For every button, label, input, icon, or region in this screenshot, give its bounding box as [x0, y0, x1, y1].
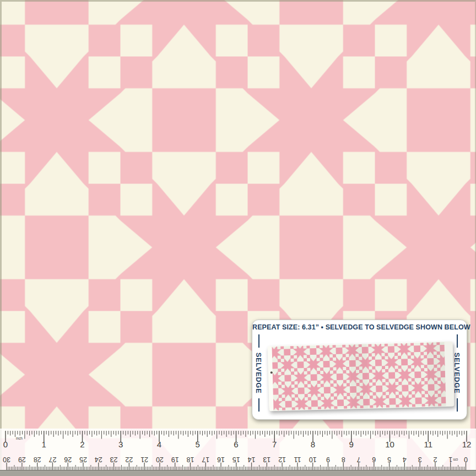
svg-text:22: 22 [125, 456, 133, 463]
svg-text:11: 11 [424, 440, 432, 449]
svg-text:16: 16 [217, 456, 225, 463]
svg-text:0: 0 [464, 456, 468, 463]
svg-text:6: 6 [234, 440, 238, 449]
svg-text:5: 5 [196, 440, 200, 449]
ruler: 0123456789101112inch30292827262524232221… [0, 429, 476, 476]
selvedge-text: SELVEDGE [255, 353, 263, 394]
svg-text:2: 2 [433, 456, 437, 463]
svg-text:8: 8 [311, 440, 315, 449]
svg-text:24: 24 [95, 456, 102, 463]
svg-text:2: 2 [80, 440, 84, 449]
svg-text:18: 18 [186, 456, 194, 463]
svg-text:28: 28 [34, 456, 41, 463]
svg-text:27: 27 [48, 456, 56, 463]
svg-text:19: 19 [171, 456, 179, 463]
svg-text:7: 7 [357, 456, 361, 463]
selvedge-dash [258, 398, 259, 412]
svg-text:25: 25 [79, 456, 87, 463]
svg-text:7: 7 [272, 440, 277, 449]
svg-text:1: 1 [42, 440, 46, 449]
fabric-strip-photo [268, 342, 455, 412]
svg-text:4: 4 [403, 456, 407, 463]
svg-text:3: 3 [118, 440, 123, 449]
svg-text:9: 9 [349, 440, 354, 449]
svg-text:29: 29 [18, 456, 26, 463]
svg-text:0: 0 [3, 440, 8, 449]
svg-text:13: 13 [263, 456, 271, 463]
svg-text:9: 9 [326, 456, 330, 463]
svg-text:26: 26 [64, 456, 72, 463]
svg-text:14: 14 [248, 456, 256, 463]
selvedge-dash [457, 334, 458, 348]
svg-text:12: 12 [278, 456, 286, 463]
svg-text:17: 17 [202, 456, 209, 463]
selvedge-dash [457, 398, 458, 412]
svg-text:6: 6 [372, 456, 376, 463]
svg-text:cm: cm [453, 458, 458, 462]
svg-text:10: 10 [309, 456, 317, 463]
svg-text:3: 3 [418, 456, 422, 463]
svg-text:4: 4 [157, 440, 161, 449]
svg-text:12: 12 [462, 440, 472, 449]
selvedge-label-left: SELVEDGE [255, 329, 263, 417]
repeat-size-text: REPEAT SIZE: 6.31” • SELVEDGE TO SELVEDG… [252, 323, 467, 331]
svg-text:inch: inch [16, 436, 23, 440]
svg-text:23: 23 [110, 456, 118, 463]
svg-text:21: 21 [140, 456, 148, 463]
svg-text:8: 8 [342, 456, 345, 463]
selvedge-text: SELVEDGE [453, 353, 462, 394]
selvedge-dash [258, 334, 259, 348]
svg-text:1: 1 [448, 456, 452, 463]
svg-text:30: 30 [3, 456, 10, 463]
svg-text:15: 15 [232, 456, 240, 463]
svg-text:10: 10 [385, 440, 394, 449]
fabric-swatch-photo: REPEAT SIZE: 6.31” • SELVEDGE TO SELVEDG… [0, 0, 476, 476]
ruler-markings: 0123456789101112inch30292827262524232221… [0, 429, 476, 476]
svg-text:11: 11 [294, 456, 301, 463]
svg-text:20: 20 [156, 456, 164, 463]
selvedge-label-right: SELVEDGE [453, 329, 462, 417]
svg-text:5: 5 [387, 456, 391, 463]
